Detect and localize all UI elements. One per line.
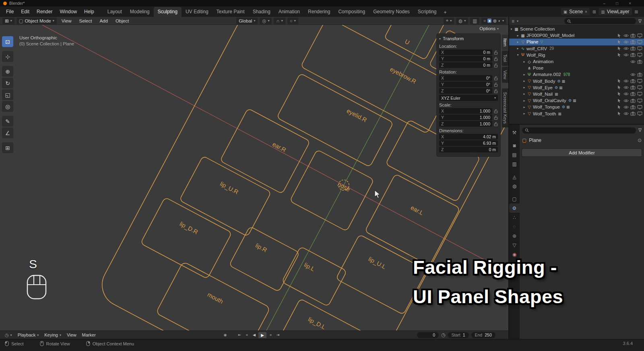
jump-to-end-button[interactable]: ⇥ [275, 332, 281, 338]
frame-start-field[interactable]: Start 1 [448, 332, 469, 338]
tab-object-properties[interactable]: ▢ [509, 194, 520, 203]
jump-to-start-button[interactable]: ⇤ [237, 332, 243, 338]
camera-icon[interactable] [637, 72, 642, 77]
tab-layout[interactable]: Layout [103, 7, 126, 17]
camera-icon[interactable] [630, 99, 636, 103]
shape-lip-r[interactable] [229, 226, 299, 292]
display-icon[interactable] [637, 46, 642, 51]
tab-compositing[interactable]: Compositing [334, 7, 369, 17]
tab-screencast-keys[interactable]: Screencast Keys [502, 88, 508, 127]
menu-view[interactable]: View [59, 18, 74, 24]
tab-particle-properties[interactable]: ∴ [509, 213, 520, 222]
tab-geometry-nodes[interactable]: Geometry Nodes [369, 7, 414, 17]
display-icon[interactable] [637, 40, 642, 44]
eye-icon[interactable] [630, 60, 636, 64]
eye-icon[interactable] [630, 72, 636, 77]
outliner-row-scene-collection[interactable]: ▾ ▦ Scene Collection [509, 26, 644, 32]
timeline-view-menu[interactable]: View [64, 332, 79, 338]
expand-icon[interactable]: ▸ [516, 47, 520, 50]
display-icon[interactable] [637, 53, 642, 57]
tab-animation[interactable]: Animation [275, 7, 304, 17]
scene-unlink-icon[interactable]: × [585, 10, 587, 14]
eye-icon[interactable] [623, 92, 629, 96]
rotation-z-field[interactable]: Z0° [439, 88, 492, 94]
dimensions-x-field[interactable]: X4.02 m [439, 134, 498, 140]
tab-render-properties[interactable]: ◙ [509, 141, 520, 150]
tab-sculpting[interactable]: Sculpting [154, 7, 182, 17]
display-icon[interactable] [637, 105, 642, 109]
outliner-row-wolf-tooth[interactable]: ▸ ▽ Wolf_Tooth ▦ [509, 110, 644, 117]
close-button[interactable]: × [629, 1, 631, 6]
camera-icon[interactable] [630, 105, 636, 109]
eye-icon[interactable] [623, 79, 629, 83]
tab-uv-editing[interactable]: UV Editing [182, 7, 213, 17]
shape-face-center[interactable] [290, 150, 374, 231]
editor-type-selector[interactable]: ⊞ ▾ [2, 18, 14, 24]
camera-icon[interactable] [630, 85, 636, 90]
lock-icon[interactable] [494, 89, 498, 93]
eye-icon[interactable] [623, 105, 629, 109]
outliner-row-wolf-crv[interactable]: ▸ ∿ wolf_CRV 29 [509, 45, 644, 52]
camera-icon[interactable] [630, 79, 636, 83]
scene-selector[interactable]: ▣ Scene × [561, 8, 590, 15]
shading-material-button[interactable]: ◍ [493, 18, 497, 23]
pin-icon[interactable]: ⊙ [638, 138, 642, 143]
transform-panel-header[interactable]: ▾ Transform [439, 35, 498, 42]
eye-icon[interactable] [623, 53, 629, 57]
eye-icon[interactable] [623, 111, 629, 116]
tab-modifier-properties[interactable]: ⚙ [509, 203, 520, 213]
tab-object-data-properties[interactable]: ▽ [509, 240, 520, 250]
outliner-row-plane[interactable]: ▸ ▽ Plane ▽ [509, 39, 644, 45]
tab-scripting[interactable]: Scripting [414, 7, 441, 17]
expand-icon[interactable]: ▸ [522, 60, 526, 64]
tool-add-primitive[interactable]: ⊞ [2, 142, 13, 153]
outliner-search-input[interactable] [564, 18, 636, 24]
tab-texture-paint[interactable]: Texture Paint [213, 7, 249, 17]
shape-u[interactable] [384, 25, 445, 60]
tab-modeling[interactable]: Modeling [126, 7, 154, 17]
keying-menu[interactable]: Keying ▾ [42, 332, 64, 338]
selectable-icon[interactable] [617, 105, 622, 109]
outliner-row-wolf-nail[interactable]: ▸ ▽ Wolf_Nail ▦ [509, 91, 644, 97]
location-z-field[interactable]: Z0 m [439, 62, 492, 68]
menu-object[interactable]: Object [113, 18, 132, 24]
lock-icon[interactable] [494, 122, 498, 126]
outliner-row-animation[interactable]: ▸ ◇ Animation [509, 58, 644, 65]
camera-icon[interactable] [630, 53, 636, 57]
menu-edit[interactable]: Edit [17, 7, 33, 16]
gizmo-toggle[interactable]: ⌖ ▾ [444, 18, 454, 24]
expand-icon[interactable]: ▸ [516, 40, 520, 44]
current-frame-field[interactable]: 0 [417, 332, 439, 338]
selectable-icon[interactable] [617, 33, 622, 38]
menu-add[interactable]: Add [97, 18, 110, 24]
expand-icon[interactable]: ▾ [509, 27, 514, 31]
filter-icon[interactable]: ∇ [638, 127, 642, 133]
outliner-row-wolf-oralcavity[interactable]: ▸ ▽ Wolf_OralCavity ⚙ ▦ [509, 97, 644, 104]
lock-icon[interactable] [494, 76, 498, 80]
new-viewlayer-button[interactable]: ⊞ [634, 9, 639, 15]
display-icon[interactable] [637, 99, 642, 103]
location-y-field[interactable]: Y0 m [439, 56, 492, 62]
tab-constraint-properties[interactable]: ⊛ [509, 231, 520, 240]
lock-icon[interactable] [494, 50, 498, 55]
camera-icon[interactable] [630, 46, 636, 51]
play-button[interactable]: ▶ [258, 332, 266, 338]
timeline-marker-menu[interactable]: Marker [80, 332, 98, 338]
playback-menu[interactable]: Playback ▾ [15, 332, 41, 338]
camera-icon[interactable] [630, 111, 636, 116]
expand-icon[interactable]: ▸ [522, 79, 526, 83]
tool-transform[interactable]: ◎ [2, 101, 13, 112]
minimize-button[interactable]: – [603, 1, 606, 6]
selectable-icon[interactable] [617, 53, 622, 57]
filter-icon[interactable]: ∇ [638, 18, 642, 24]
selectable-icon[interactable] [617, 79, 622, 83]
shape-ear-r[interactable] [220, 108, 310, 194]
shape-ear-l[interactable] [365, 174, 460, 265]
expand-icon[interactable]: ▸ [522, 92, 526, 96]
rotation-mode-dropdown[interactable]: XYZ Euler ▾ [439, 95, 498, 101]
shading-wireframe-button[interactable]: ○ [483, 18, 486, 23]
add-workspace-button[interactable]: + [441, 8, 450, 17]
selectable-icon[interactable] [617, 46, 622, 51]
display-icon[interactable] [637, 79, 642, 83]
display-icon[interactable] [637, 85, 642, 90]
